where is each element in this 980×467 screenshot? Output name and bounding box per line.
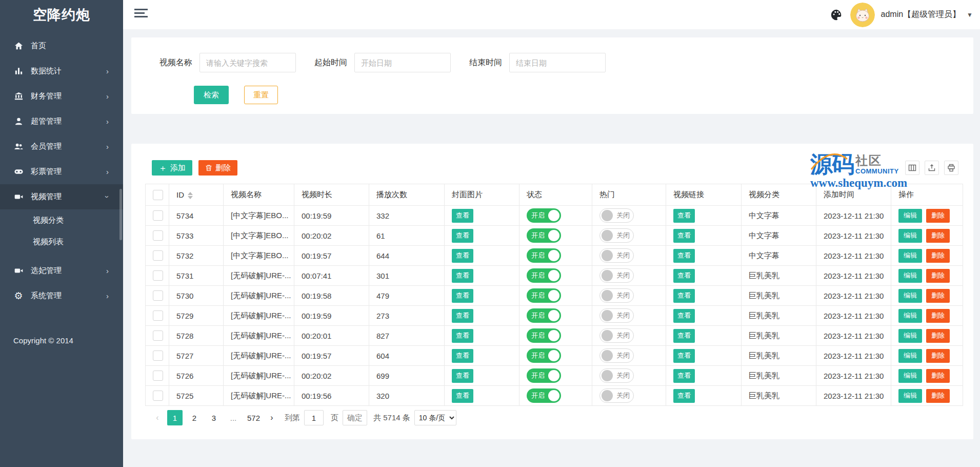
next-page-icon[interactable]: › bbox=[266, 413, 277, 422]
select-all-checkbox[interactable] bbox=[153, 190, 163, 200]
sidebar-item-members[interactable]: 会员管理 › bbox=[0, 134, 123, 159]
sidebar-item-statistics[interactable]: 数据统计 › bbox=[0, 59, 123, 84]
row-delete-button[interactable]: 删除 bbox=[926, 369, 950, 383]
hot-toggle-off[interactable]: 关闭 bbox=[599, 328, 634, 343]
view-cover-button[interactable]: 查看 bbox=[452, 349, 473, 363]
row-delete-button[interactable]: 删除 bbox=[926, 389, 950, 403]
hot-toggle-off[interactable]: 关闭 bbox=[599, 348, 634, 363]
sidebar-scrollbar[interactable] bbox=[119, 189, 122, 240]
hot-toggle-off[interactable]: 关闭 bbox=[599, 288, 634, 303]
view-cover-button[interactable]: 查看 bbox=[452, 389, 473, 403]
edit-button[interactable]: 编辑 bbox=[898, 209, 922, 223]
hot-toggle-off[interactable]: 关闭 bbox=[599, 228, 634, 243]
edit-button[interactable]: 编辑 bbox=[898, 249, 922, 263]
delete-button[interactable]: 删除 bbox=[198, 160, 237, 176]
view-cover-button[interactable]: 查看 bbox=[452, 309, 473, 323]
view-link-button[interactable]: 查看 bbox=[673, 329, 695, 343]
row-checkbox[interactable] bbox=[153, 290, 163, 301]
row-checkbox[interactable] bbox=[153, 330, 163, 341]
sort-icon[interactable] bbox=[188, 192, 193, 199]
view-cover-button[interactable]: 查看 bbox=[452, 249, 473, 263]
status-toggle-on[interactable]: 开启 bbox=[527, 388, 561, 403]
sidebar-item-system[interactable]: ⚙ 系统管理 › bbox=[0, 283, 123, 308]
status-toggle-on[interactable]: 开启 bbox=[527, 268, 561, 283]
row-checkbox[interactable] bbox=[153, 250, 163, 261]
row-delete-button[interactable]: 删除 bbox=[926, 209, 950, 223]
sidebar-subitem-video-list[interactable]: 视频列表 bbox=[0, 231, 123, 252]
print-icon[interactable] bbox=[944, 161, 958, 175]
user-avatar[interactable] bbox=[850, 3, 875, 27]
video-name-input[interactable] bbox=[199, 53, 296, 72]
hot-toggle-off[interactable]: 关闭 bbox=[599, 268, 634, 283]
sidebar-item-finance[interactable]: 财务管理 › bbox=[0, 84, 123, 109]
status-toggle-on[interactable]: 开启 bbox=[527, 308, 561, 323]
hot-toggle-off[interactable]: 关闭 bbox=[599, 248, 634, 263]
hot-toggle-off[interactable]: 关闭 bbox=[599, 368, 634, 383]
view-link-button[interactable]: 查看 bbox=[673, 249, 695, 263]
hot-toggle-off[interactable]: 关闭 bbox=[599, 208, 634, 223]
per-page-select[interactable]: 10 条/页 bbox=[414, 410, 456, 425]
user-menu[interactable]: admin【超级管理员】 bbox=[881, 9, 961, 20]
page-1[interactable]: 1 bbox=[167, 410, 183, 425]
row-checkbox[interactable] bbox=[153, 391, 163, 401]
edit-button[interactable]: 编辑 bbox=[898, 349, 922, 363]
add-button[interactable]: ＋添加 bbox=[152, 160, 192, 176]
row-delete-button[interactable]: 删除 bbox=[926, 289, 950, 303]
edit-button[interactable]: 编辑 bbox=[898, 329, 922, 343]
hot-toggle-off[interactable]: 关闭 bbox=[599, 308, 634, 323]
start-date-input[interactable] bbox=[354, 53, 451, 72]
page-3[interactable]: 3 bbox=[206, 410, 222, 425]
view-link-button[interactable]: 查看 bbox=[673, 389, 695, 403]
view-cover-button[interactable]: 查看 bbox=[452, 229, 473, 243]
row-delete-button[interactable]: 删除 bbox=[926, 329, 950, 343]
view-link-button[interactable]: 查看 bbox=[673, 269, 695, 283]
view-link-button[interactable]: 查看 bbox=[673, 349, 695, 363]
search-button[interactable]: 检索 bbox=[194, 86, 229, 104]
caret-down-icon[interactable]: ▼ bbox=[967, 11, 973, 18]
status-toggle-on[interactable]: 开启 bbox=[527, 208, 561, 223]
view-link-button[interactable]: 查看 bbox=[673, 209, 695, 223]
sidebar-item-video[interactable]: 视频管理 › bbox=[0, 184, 123, 209]
view-cover-button[interactable]: 查看 bbox=[452, 329, 473, 343]
status-toggle-on[interactable]: 开启 bbox=[527, 328, 561, 343]
end-date-input[interactable] bbox=[509, 53, 606, 72]
sidebar-item-superadmin[interactable]: 超管管理 › bbox=[0, 109, 123, 134]
status-toggle-on[interactable]: 开启 bbox=[527, 248, 561, 263]
jump-page-input[interactable] bbox=[304, 410, 324, 425]
edit-button[interactable]: 编辑 bbox=[898, 269, 922, 283]
row-checkbox[interactable] bbox=[153, 270, 163, 281]
view-link-button[interactable]: 查看 bbox=[673, 289, 695, 303]
row-delete-button[interactable]: 删除 bbox=[926, 229, 950, 243]
row-checkbox[interactable] bbox=[153, 371, 163, 381]
filter-columns-icon[interactable] bbox=[905, 161, 919, 175]
view-cover-button[interactable]: 查看 bbox=[452, 289, 473, 303]
status-toggle-on[interactable]: 开启 bbox=[527, 348, 561, 363]
sidebar-item-home[interactable]: 首页 bbox=[0, 33, 123, 59]
view-cover-button[interactable]: 查看 bbox=[452, 369, 473, 383]
row-checkbox[interactable] bbox=[153, 210, 163, 221]
edit-button[interactable]: 编辑 bbox=[898, 309, 922, 323]
edit-button[interactable]: 编辑 bbox=[898, 389, 922, 403]
row-checkbox[interactable] bbox=[153, 310, 163, 321]
hot-toggle-off[interactable]: 关闭 bbox=[599, 388, 634, 403]
row-delete-button[interactable]: 删除 bbox=[926, 269, 950, 283]
sidebar-subitem-video-category[interactable]: 视频分类 bbox=[0, 209, 123, 231]
row-delete-button[interactable]: 删除 bbox=[926, 349, 950, 363]
row-delete-button[interactable]: 删除 bbox=[926, 309, 950, 323]
page-2[interactable]: 2 bbox=[187, 410, 202, 425]
status-toggle-on[interactable]: 开启 bbox=[527, 288, 561, 303]
view-link-button[interactable]: 查看 bbox=[673, 309, 695, 323]
status-toggle-on[interactable]: 开启 bbox=[527, 228, 561, 243]
sidebar-item-lottery[interactable]: 彩票管理 › bbox=[0, 159, 123, 184]
prev-page-icon[interactable]: ‹ bbox=[152, 413, 163, 422]
row-delete-button[interactable]: 删除 bbox=[926, 249, 950, 263]
status-toggle-on[interactable]: 开启 bbox=[527, 368, 561, 383]
edit-button[interactable]: 编辑 bbox=[898, 289, 922, 303]
menu-toggle-icon[interactable] bbox=[134, 9, 148, 20]
row-checkbox[interactable] bbox=[153, 230, 163, 241]
view-cover-button[interactable]: 查看 bbox=[452, 209, 473, 223]
view-cover-button[interactable]: 查看 bbox=[452, 269, 473, 283]
export-icon[interactable] bbox=[925, 161, 939, 175]
view-link-button[interactable]: 查看 bbox=[673, 229, 695, 243]
sidebar-item-concubine[interactable]: 选妃管理 › bbox=[0, 258, 123, 283]
